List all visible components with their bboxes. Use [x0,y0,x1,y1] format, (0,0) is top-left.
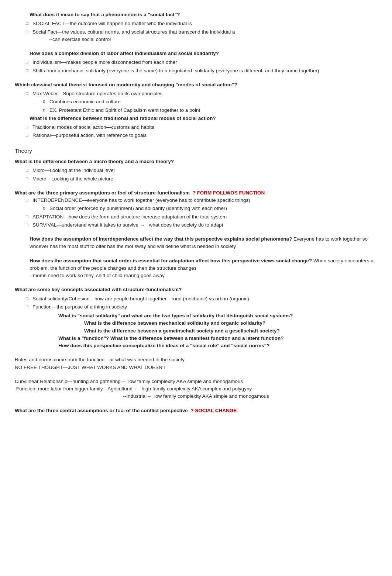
nested-question-1: What is "social solidarity" and what are… [58,312,377,320]
list-item: Individualism—makes people more disconne… [26,59,377,66]
traditional-rational-question: What is the difference between tradition… [15,115,377,122]
section-micro-macro: What is the difference between a micro t… [15,158,377,183]
page-container: What does it mean to say that a phenomen… [15,11,377,414]
section-conflict-perspective: What are the three central assumptions o… [15,407,377,414]
sub-list-item: Social order (enforced by punishment) an… [43,205,377,212]
section-roles-norms: Roles and norms come from the function—o… [15,356,377,371]
nested-question-4: What is a "function"? What is the differ… [58,335,377,342]
list-item: Traditional modes of social action—custo… [26,124,377,131]
nested-question-3: What is the difference between a gemeins… [58,327,377,335]
moms-note: --moms need to work so they, shift of ch… [30,272,377,279]
social-fact-question: What does it mean to say that a phenomen… [15,11,377,18]
section-curvilinear: Curvilinear Relationship—hunting and gat… [15,378,377,400]
nested-question-2: What is the difference between mechanica… [58,320,377,327]
section-key-concepts: What are some key concepts associated wi… [15,286,377,349]
section-interdependence-explanation: How does the assumption of interdependen… [15,235,377,251]
list-item: ADAPTATION—how does the form and structu… [26,213,377,221]
weber-sublist: Combines economic and culture EX. Protes… [32,98,377,114]
traditional-rational-list: Traditional modes of social action—custo… [15,124,377,139]
list-item: Function—the purpose of a thing in socie… [26,303,377,350]
list-item: Max Weber—Superstructure operates on its… [26,90,377,114]
structure-functionalism-list: INTERDEPENDENCE—everyone has to work tog… [15,197,377,229]
list-item: INTERDEPENDENCE—everyone has to work tog… [26,197,377,213]
list-item: Micro—Looking at the individual level [26,167,377,174]
conflict-perspective-highlight: ? SOCIAL CHANGE [190,408,237,413]
division-labor-question: How does a complex division of labor aff… [15,50,377,57]
roles-norms-line1: Roles and norms come from the function—o… [15,356,377,363]
list-item: SOCIAL FACT—the outcome will happen no m… [26,20,377,27]
theory-title: Theory [15,147,377,155]
nested-question-5: How does this perspective conceptualize … [58,342,377,349]
micro-macro-list: Micro—Looking at the individual level Ma… [15,167,377,183]
key-concepts-list: Social solidarity/Cohesion—how are peopl… [15,295,377,350]
social-order-paragraph: How does the assumption that social orde… [30,257,377,272]
key-concepts-question: What are some key concepts associated wi… [15,286,377,293]
list-item: SURVIVAL—understand what it takes to sur… [26,221,377,229]
classical-theorist-question: Which classical social theorist focused … [15,81,377,89]
curvilinear-line1: Curvilinear Relationship—hunting and gat… [15,378,377,385]
nested-questions: What is "social solidarity" and what are… [32,312,377,349]
social-fact-list: SOCIAL FACT—the outcome will happen no m… [15,20,377,43]
classical-theorist-list: Max Weber—Superstructure operates on its… [15,90,377,114]
sub-list-item: Combines economic and culture [43,98,377,106]
section-social-order-explanation: How does the assumption that social orde… [15,257,377,280]
section-structure-functionalism: What are the three primary assumptions o… [15,189,377,229]
curvilinear-line3: --Industrial→ low family complexity AKA … [15,393,377,400]
division-labor-list: Individualism—makes people more disconne… [15,59,377,75]
micro-macro-question: What is the difference between a micro t… [15,158,377,165]
list-item: Macro—Looking at the whole picture [26,175,377,183]
conflict-perspective-question: What are the three central assumptions o… [15,408,190,413]
curvilinear-line2: Function: more labor from bigger family … [15,385,377,393]
list-item: Shifts from a mechanic solidarity (every… [26,67,377,75]
section-classical-theorist: Which classical social theorist focused … [15,81,377,139]
roles-norms-line2: NO FREE THOUGHT—JUST WHAT WORKS AND WHAT… [15,364,377,371]
list-item: Social solidarity/Cohesion—how are peopl… [26,295,377,303]
interdependence-sublist: Social order (enforced by punishment) an… [32,205,377,212]
list-item: Rational—purposeful action, with referen… [26,132,377,139]
interdependence-paragraph: How does the assumption of interdependen… [30,235,377,251]
list-item: Social Fact—the values, cultural norms, … [26,28,377,44]
structure-functionalism-question: What are the three primary assumptions o… [15,189,377,197]
sub-list-item: EX. Protestant Ethic and Spirit of Capit… [43,107,377,114]
section-division-labor: How does a complex division of labor aff… [15,50,377,75]
section-social-fact: What does it mean to say that a phenomen… [15,11,377,43]
